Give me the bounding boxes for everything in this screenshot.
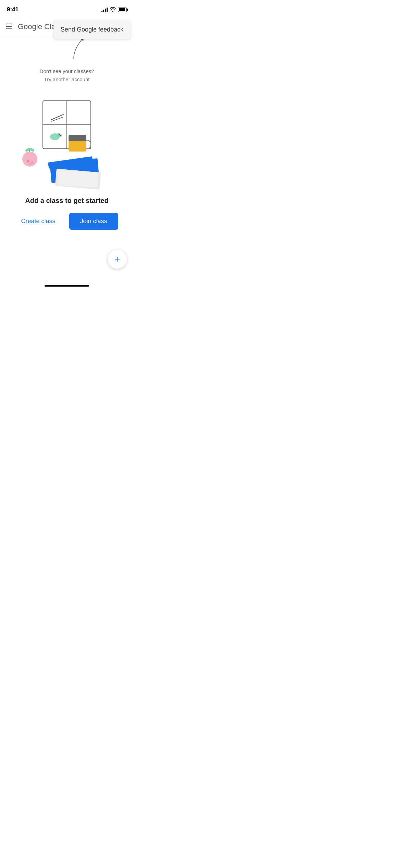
feedback-dropdown[interactable]: Send Google feedback <box>54 21 130 39</box>
try-account-line2: Try another account <box>0 75 134 84</box>
fab-button[interactable]: + <box>108 250 127 269</box>
signal-icon <box>101 7 108 12</box>
svg-point-13 <box>27 160 29 162</box>
empty-state-illustration <box>15 94 118 190</box>
wifi-icon <box>110 7 116 13</box>
svg-rect-11 <box>69 135 86 141</box>
app-title: Google Clas <box>18 22 59 31</box>
arrow-container <box>0 36 134 64</box>
app-title-text: Google Clas <box>18 22 59 31</box>
buttons-row: Create class Join class <box>0 213 134 230</box>
svg-point-14 <box>32 162 33 164</box>
battery-icon <box>118 8 127 12</box>
status-bar: 9:41 <box>0 0 134 17</box>
status-icons <box>101 7 127 13</box>
fab-plus-icon: + <box>114 254 120 264</box>
svg-point-9 <box>59 134 60 135</box>
try-account-line1: Don't see your classes? <box>0 67 134 75</box>
add-class-label: Add a class to get started <box>0 193 134 213</box>
illustration-container <box>0 91 134 193</box>
curved-arrow-icon <box>60 36 87 60</box>
status-time: 9:41 <box>7 6 19 13</box>
svg-point-7 <box>57 133 61 137</box>
svg-rect-22 <box>58 170 99 188</box>
svg-point-15 <box>29 163 31 165</box>
join-class-button[interactable]: Join class <box>69 213 118 230</box>
menu-icon[interactable]: ☰ <box>5 22 12 31</box>
app-header: ☰ Google Clas Send Google feedback <box>0 17 134 36</box>
feedback-label: Send Google feedback <box>61 26 123 33</box>
home-indicator <box>45 285 89 287</box>
try-account-section: Don't see your classes? Try another acco… <box>0 64 134 91</box>
create-class-button[interactable]: Create class <box>15 214 61 229</box>
